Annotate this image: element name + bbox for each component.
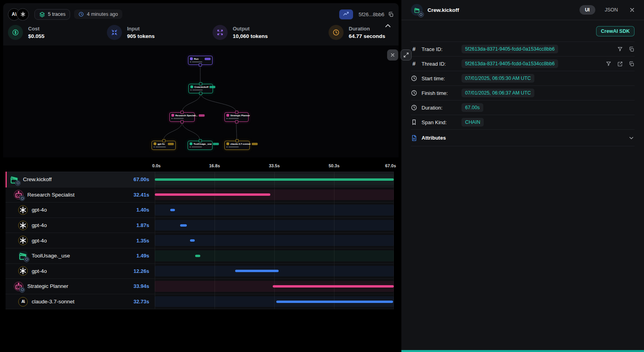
graph-node-label: claude-3.7-sonnet: [230, 143, 251, 145]
metric-text: Cost$0.055: [28, 26, 44, 39]
field-actions: [606, 61, 635, 67]
field-label: Span Kind:: [422, 119, 457, 125]
metric-label: Duration: [349, 26, 385, 32]
traces-count-label: 5 traces: [48, 11, 65, 17]
bookmark-icon: [411, 119, 417, 125]
tab-ui[interactable]: UI: [579, 5, 595, 15]
graph-node-label: gpt-4o: [158, 143, 165, 145]
filter-icon[interactable]: [617, 46, 623, 52]
time-axis: 0.0s16.8s33.5s50.3s67.0s: [155, 161, 394, 172]
openai-logo-icon: [18, 205, 28, 215]
copy-trace-id-icon[interactable]: [388, 11, 394, 17]
external-link-icon[interactable]: [617, 61, 623, 67]
row-label-column: ToolUsage._use1.49s: [6, 251, 155, 261]
graph-node-header: Research Speciali...: [171, 114, 193, 117]
span-duration: 1.35s: [136, 238, 155, 244]
waterfall-row[interactable]: A\claude-3.7-sonnet32.73s: [6, 294, 394, 310]
waterfall-row[interactable]: Strategic Planner33.94s: [6, 279, 394, 294]
document-icon: [411, 135, 417, 141]
graph-close-button[interactable]: [387, 49, 398, 61]
waterfall-row[interactable]: gpt-4o1.87s: [6, 218, 394, 233]
subtitle-dot: [154, 146, 155, 148]
timeline-track: [155, 172, 394, 187]
node-type-icon: [226, 142, 229, 145]
span-bar: [276, 301, 393, 303]
openai-logo-icon: [18, 221, 28, 230]
anthropic-model-icon: A\: [18, 297, 28, 307]
clock-icon: [411, 75, 417, 81]
filter-icon[interactable]: [606, 61, 612, 67]
axis-tick-label: 50.3s: [329, 163, 340, 168]
panel-field-row: #Trace ID:5f2613da-8371-9405-fcdd-0a1534…: [411, 42, 635, 57]
main-content: A\ 5 traces 4 minutes ago 5f26...8bb6 Co…: [3, 3, 399, 309]
trace-header-row: A\ 5 traces 4 minutes ago 5f26...8bb6: [8, 7, 394, 21]
row-label-column: Crew.kickoff67.00s: [6, 175, 155, 184]
panel-body: CrewAI SDK #Trace ID:5f2613da-8371-9405-…: [401, 20, 644, 146]
span-duration: 1.87s: [136, 222, 155, 228]
attributes-section-toggle[interactable]: Attributes: [411, 130, 635, 146]
graph-node-header: gpt-4o: [154, 142, 174, 145]
track-tint: [155, 204, 394, 216]
copy-icon[interactable]: [629, 46, 635, 52]
graph-fullscreen-button[interactable]: [401, 49, 412, 61]
node-port-bottom: [180, 120, 184, 123]
waterfall-row[interactable]: ToolUsage._use1.49s: [6, 248, 394, 264]
trending-up-icon: [343, 11, 349, 17]
graph-node-header: Crew.kickoff: [190, 85, 211, 88]
node-port-top: [235, 111, 238, 114]
waterfall-row[interactable]: gpt-4o12.26s: [6, 264, 394, 279]
dollar-icon: [12, 29, 19, 36]
timeline-track: [155, 218, 394, 233]
subtitle-bar: [173, 118, 184, 119]
axis-tick-label: 67.0s: [385, 163, 396, 168]
subtitle-dot: [226, 118, 228, 119]
span-bar: [235, 270, 279, 272]
waterfall-row[interactable]: gpt-4o1.35s: [6, 233, 394, 248]
tab-json[interactable]: JSON: [602, 7, 620, 13]
track-tint: [155, 220, 394, 231]
span-name: gpt-4o: [32, 268, 47, 274]
dollar-circle-icon: [8, 25, 23, 40]
node-port-bottom: [235, 120, 238, 123]
field-label: Duration:: [422, 105, 457, 111]
metric-output: Output10,060 tokens: [213, 25, 329, 40]
agentops-mini-badge-icon: [19, 195, 25, 201]
row-label-column: gpt-4o12.26s: [6, 266, 155, 276]
span-bar: [180, 224, 187, 227]
span-name: Strategic Planner: [27, 283, 68, 289]
node-type-icon: [226, 114, 229, 117]
span-bar: [190, 239, 195, 242]
node-type-icon: [171, 114, 174, 117]
hash-icon: #: [411, 46, 417, 52]
clock-icon: [411, 104, 417, 111]
waterfall-row[interactable]: Research Specialist32.41s: [6, 187, 394, 203]
metric-text: Output10,060 tokens: [233, 26, 268, 39]
waterfall-row[interactable]: gpt-4o1.40s: [6, 202, 394, 218]
copy-icon[interactable]: [629, 61, 635, 67]
node-type-icon: [190, 57, 193, 60]
graph-node-label: Strategic Planner: [230, 114, 250, 117]
span-duration: 1.40s: [136, 207, 155, 213]
agentops-mini-badge-icon: [418, 11, 424, 17]
collapse-metrics-chevron-up-icon[interactable]: [384, 21, 392, 30]
openai-logo-icon: [18, 266, 28, 276]
panel-header: Crew.kickoff UI JSON: [401, 0, 644, 20]
field-value: 07/01/2025, 06:06:37 AM UTC: [462, 89, 534, 97]
openai-knot-icon: [20, 11, 26, 17]
field-label: Thread ID:: [422, 61, 457, 67]
trace-activity-button[interactable]: [339, 9, 353, 19]
waterfall-row[interactable]: Crew.kickoff67.00s: [6, 172, 394, 187]
provider-avatars: A\: [8, 8, 29, 21]
agentops-mini-badge-icon: [19, 287, 25, 293]
node-duration-badge: [199, 114, 205, 117]
panel-close-icon[interactable]: [629, 7, 635, 13]
metric-label: Output: [233, 26, 268, 32]
openai-model-icon: [18, 205, 28, 215]
span-duration: 1.49s: [136, 253, 155, 259]
attributes-label: Attributes: [422, 135, 446, 141]
traces-count-badge[interactable]: 5 traces: [34, 9, 70, 20]
clock-circle-icon: [329, 25, 344, 40]
compress-circle-icon: [107, 25, 122, 40]
panel-field-row: Duration:67.00s: [411, 100, 635, 115]
agent-robot-icon: [14, 190, 23, 199]
